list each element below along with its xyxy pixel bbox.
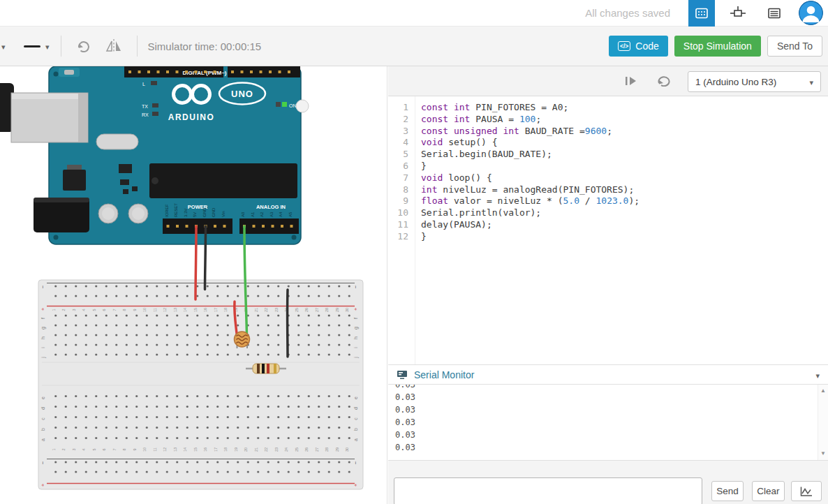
atmega-ic (149, 163, 297, 198)
crystal-oscillator (96, 134, 138, 149)
svg-text:b: b (40, 428, 45, 431)
photoresistor[interactable] (235, 332, 250, 348)
svg-text:e: e (40, 396, 45, 399)
svg-text:28: 28 (325, 308, 329, 312)
divider (137, 36, 138, 57)
partial-dropdown[interactable] (0, 40, 10, 52)
serial-value: 0.03 (395, 391, 828, 403)
arduino-uno-board[interactable]: DIGITAL (PWM~) ARDUINO UN (0, 66, 309, 244)
rotate-button[interactable] (68, 35, 98, 57)
svg-text:12: 12 (163, 447, 167, 452)
mirror-button[interactable] (98, 36, 130, 57)
svg-text:−: − (40, 461, 46, 464)
svg-text:27: 27 (315, 447, 319, 452)
schematic-view-icon[interactable] (725, 0, 751, 27)
code-text: const int PAUSA = 100; (415, 114, 541, 126)
serial-monitor-output[interactable]: 0.030.030.030.030.030.03 ▲ ▼ (388, 385, 828, 461)
code-line[interactable]: 5Serial.begin(BAUD_RATE); (388, 149, 828, 161)
code-line[interactable]: 3const unsigned int BAUD_RATE =9600; (388, 126, 828, 138)
svg-text:b: b (353, 428, 358, 431)
svg-text:14: 14 (183, 447, 187, 452)
power-jack (34, 198, 89, 232)
divider (61, 36, 61, 57)
svg-text:10: 10 (142, 308, 147, 312)
board-selector-dropdown[interactable]: 1 (Arduino Uno R3) (688, 71, 821, 92)
svg-text:A5: A5 (288, 212, 293, 217)
line-number: 7 (388, 172, 415, 184)
svg-text:20: 20 (244, 447, 248, 452)
serial-monitor-icon (397, 370, 408, 380)
svg-text:d: d (353, 407, 358, 410)
graph-button[interactable] (791, 481, 822, 501)
component-list-icon[interactable] (761, 0, 788, 27)
svg-text:15: 15 (193, 447, 198, 452)
debug-step-button[interactable] (624, 75, 638, 89)
breadboard[interactable]: 1122334455667788991010111112121313141415… (38, 280, 363, 489)
on-label: ON (289, 103, 297, 108)
flip-icon (104, 38, 124, 54)
line-number: 3 (388, 126, 415, 138)
code-line[interactable]: 1const int PIN_FOTORES = A0; (388, 102, 828, 114)
serial-monitor-header[interactable]: Serial Monitor (388, 364, 828, 385)
code-line[interactable]: 10Serial.println(valor); (388, 207, 828, 219)
code-line[interactable]: 6} (388, 161, 828, 172)
code-button[interactable]: </> Code (609, 36, 668, 57)
svg-text:11: 11 (153, 447, 157, 452)
svg-text:g: g (353, 327, 359, 329)
svg-text:13: 13 (173, 447, 177, 452)
refresh-button[interactable] (656, 75, 672, 89)
rotate-icon (75, 38, 91, 54)
code-line[interactable]: 8int nivelLuz = analogRead(PIN_FOTORES); (388, 184, 828, 196)
code-panel: 1 (Arduino Uno R3) 1const int PIN_FOTORE… (388, 66, 828, 504)
svg-text:23: 23 (274, 308, 279, 312)
chevron-down-icon[interactable] (815, 369, 820, 381)
svg-text:26: 26 (304, 308, 309, 312)
svg-text:9: 9 (133, 309, 137, 311)
code-button-label: Code (635, 40, 658, 52)
svg-text:a: a (40, 438, 45, 441)
code-toolbar: 1 (Arduino Uno R3) (388, 66, 828, 96)
wire-color-dropdown[interactable] (20, 36, 54, 57)
scroll-down-icon[interactable]: ▼ (818, 450, 828, 458)
serial-value: 0.03 (395, 385, 828, 391)
code-line[interactable]: 4void setup() { (388, 137, 828, 149)
svg-text:GND: GND (202, 207, 207, 217)
svg-text:A3: A3 (269, 212, 274, 217)
serial-scrollbar[interactable]: ▲ ▼ (818, 385, 828, 460)
code-line[interactable]: 2const int PAUSA = 100; (388, 114, 828, 126)
svg-text:A0: A0 (241, 212, 245, 217)
serial-input[interactable] (394, 477, 702, 504)
circuit-workspace[interactable]: 1122334455667788991010111112121313141415… (0, 66, 387, 504)
svg-text:h: h (40, 336, 45, 339)
svg-text:+: + (40, 307, 46, 311)
svg-text:2: 2 (61, 448, 66, 450)
code-text: } (415, 231, 427, 243)
serial-value: 0.03 (395, 441, 828, 454)
wire-gnd-black[interactable] (205, 226, 206, 290)
code-line[interactable]: 11delay(PAUSA); (388, 219, 828, 231)
user-avatar[interactable] (799, 1, 823, 25)
wire-color-swatch (24, 45, 40, 47)
code-line[interactable]: 9float valor = nivelLuz * (5.0 / 1023.0)… (388, 195, 828, 207)
svg-text:8: 8 (122, 309, 126, 311)
serial-input-row: Send Clear (388, 461, 828, 504)
led-l-label: L (142, 82, 145, 87)
svg-text:24: 24 (284, 447, 288, 452)
send-to-button[interactable]: Send To (767, 36, 822, 57)
send-button[interactable]: Send (711, 481, 744, 501)
circuit-canvas[interactable]: 1122334455667788991010111112121313141415… (0, 66, 387, 504)
rx-label: RX (142, 112, 149, 117)
code-editor[interactable]: 1const int PIN_FOTORES = A0;2const int P… (388, 96, 828, 364)
stop-simulation-button[interactable]: Stop Simulation (674, 36, 761, 57)
line-number: 4 (388, 137, 415, 149)
svg-text:7: 7 (112, 309, 117, 311)
svg-text:10: 10 (142, 447, 147, 452)
clear-button[interactable]: Clear (752, 481, 785, 501)
svg-text:d: d (40, 407, 45, 410)
code-line[interactable]: 7void loop() { (388, 172, 828, 184)
code-line[interactable]: 12} (388, 231, 828, 243)
svg-text:A4: A4 (279, 212, 283, 217)
breadboard-view-icon[interactable] (688, 0, 715, 27)
wire-5v-red[interactable] (195, 226, 196, 299)
scroll-up-icon[interactable]: ▲ (818, 387, 828, 395)
